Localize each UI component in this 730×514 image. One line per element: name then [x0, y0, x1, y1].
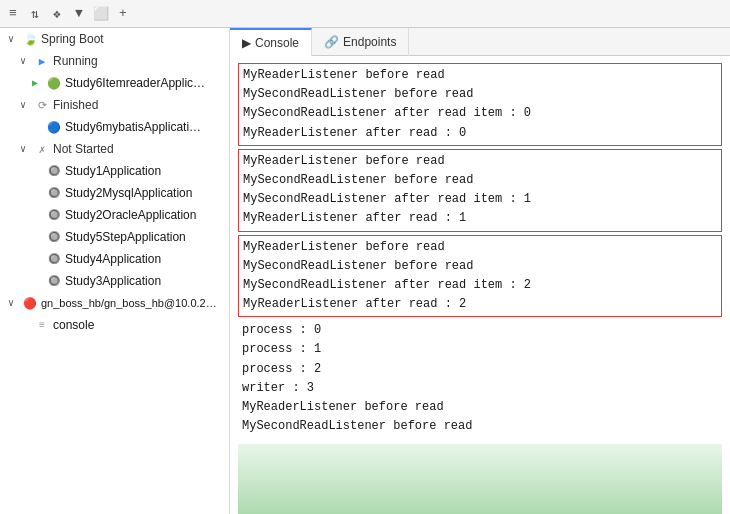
console-line: MyReaderListener after read : 1 [243, 209, 717, 228]
right-panel: ▶ Console 🔗 Endpoints MyReaderListener b… [230, 28, 730, 514]
sidebar-item-study2oracle[interactable]: 🔘 Study2OracleApplication [0, 204, 229, 226]
console-line: writer : 3 [238, 379, 722, 398]
console-line: MyReaderListener after read : 2 [243, 295, 717, 314]
console-output[interactable]: MyReaderListener before read MySecondRea… [230, 56, 730, 514]
console-line: process : 0 [238, 321, 722, 340]
not-started-label: Not Started [53, 142, 114, 156]
arrow-icon: ▶ [32, 77, 46, 89]
toolbar-icon-add[interactable]: + [114, 5, 132, 23]
sidebar-item-gn-boss[interactable]: ∨ 🔴 gn_boss_hb/gn_boss_hb@10.0.2… [0, 292, 229, 314]
sidebar-item-study6mybatis[interactable]: 🔵 Study6mybatisApplicati… [0, 116, 229, 138]
toolbar-icon-menu[interactable]: ≡ [4, 5, 22, 23]
console-line: MySecondReadListener before read [238, 417, 722, 436]
arrow-icon: ∨ [20, 143, 34, 155]
red-block-1: MyReaderListener before read MySecondRea… [238, 63, 722, 146]
console-icon: ≡ [34, 317, 50, 333]
spring-icon: 🍃 [22, 31, 38, 47]
app-icon: 🔘 [46, 229, 62, 245]
sidebar-item-finished[interactable]: ∨ ⟳ Finished [0, 94, 229, 116]
sidebar-item-study1[interactable]: 🔘 Study1Application [0, 160, 229, 182]
sidebar-item-spring-boot[interactable]: ∨ 🍃 Spring Boot [0, 28, 229, 50]
arrow-icon: ∨ [20, 55, 34, 67]
console-line: MyReaderListener before read [243, 238, 717, 257]
tab-console[interactable]: ▶ Console [230, 28, 312, 56]
running-icon: ▶ [34, 53, 50, 69]
console-line: process : 1 [238, 340, 722, 359]
console-line: MyReaderListener before read [238, 398, 722, 417]
background-area [238, 444, 722, 514]
study6mybatis-label: Study6mybatisApplicati… [65, 120, 201, 134]
app-finished-icon: 🔵 [46, 119, 62, 135]
sidebar-item-console[interactable]: ≡ console [0, 314, 229, 336]
app-icon: 🔘 [46, 185, 62, 201]
red-block-3: MyReaderListener before read MySecondRea… [238, 235, 722, 318]
toolbar-icon-layout[interactable]: ⬜ [92, 5, 110, 23]
study4-label: Study4Application [65, 252, 161, 266]
study1-label: Study1Application [65, 164, 161, 178]
console-line: process : 2 [238, 360, 722, 379]
console-line: MyReaderListener after read : 0 [243, 124, 717, 143]
console-line: MySecondReadListener after read item : 0 [243, 104, 717, 123]
console-line: MySecondReadListener before read [243, 85, 717, 104]
sidebar-item-study2mysql[interactable]: 🔘 Study2MysqlApplication [0, 182, 229, 204]
toolbar: ≡ ⇅ ❖ ▼ ⬜ + [0, 0, 730, 28]
console-line: MySecondReadListener before read [243, 257, 717, 276]
console-label: console [53, 318, 94, 332]
spring-boot-label: Spring Boot [41, 32, 104, 46]
tab-endpoints[interactable]: 🔗 Endpoints [312, 28, 409, 56]
study2oracle-label: Study2OracleApplication [65, 208, 196, 222]
endpoints-tab-label: Endpoints [343, 35, 396, 49]
sidebar-item-running[interactable]: ∨ ▶ Running [0, 50, 229, 72]
app-icon: 🔘 [46, 207, 62, 223]
endpoints-tab-icon: 🔗 [324, 35, 339, 49]
app-icon: 🔘 [46, 163, 62, 179]
console-line: MyReaderListener before read [243, 66, 717, 85]
console-tab-icon: ▶ [242, 36, 251, 50]
console-tab-label: Console [255, 36, 299, 50]
sidebar-item-study3[interactable]: 🔘 Study3Application [0, 270, 229, 292]
notstarted-icon: ✗ [34, 141, 50, 157]
study2mysql-label: Study2MysqlApplication [65, 186, 192, 200]
console-line: MySecondReadListener after read item : 1 [243, 190, 717, 209]
app-running-icon: 🟢 [46, 75, 62, 91]
main-area: ∨ 🍃 Spring Boot ∨ ▶ Running ▶ 🟢 Study6It… [0, 28, 730, 514]
sidebar-item-not-started[interactable]: ∨ ✗ Not Started [0, 138, 229, 160]
sidebar: ∨ 🍃 Spring Boot ∨ ▶ Running ▶ 🟢 Study6It… [0, 28, 230, 514]
finished-icon: ⟳ [34, 97, 50, 113]
running-label: Running [53, 54, 98, 68]
arrow-icon: ∨ [8, 33, 22, 45]
toolbar-icon-filter[interactable]: ▼ [70, 5, 88, 23]
finished-label: Finished [53, 98, 98, 112]
arrow-icon: ∨ [8, 297, 22, 309]
red-block-2: MyReaderListener before read MySecondRea… [238, 149, 722, 232]
red-db-icon: 🔴 [22, 295, 38, 311]
console-line: MySecondReadListener after read item : 2 [243, 276, 717, 295]
console-line: MySecondReadListener before read [243, 171, 717, 190]
toolbar-icon-grid[interactable]: ❖ [48, 5, 66, 23]
app-icon: 🔘 [46, 273, 62, 289]
gn-boss-label: gn_boss_hb/gn_boss_hb@10.0.2… [41, 297, 217, 309]
sidebar-item-study6[interactable]: ▶ 🟢 Study6ItemreaderApplic… [0, 72, 229, 94]
arrow-icon: ∨ [20, 99, 34, 111]
console-line: MyReaderListener before read [243, 152, 717, 171]
toolbar-icon-sort[interactable]: ⇅ [26, 5, 44, 23]
app-icon: 🔘 [46, 251, 62, 267]
tabs: ▶ Console 🔗 Endpoints [230, 28, 730, 56]
study3-label: Study3Application [65, 274, 161, 288]
study6-label: Study6ItemreaderApplic… [65, 76, 205, 90]
sidebar-item-study4[interactable]: 🔘 Study4Application [0, 248, 229, 270]
study5step-label: Study5StepApplication [65, 230, 186, 244]
sidebar-item-study5step[interactable]: 🔘 Study5StepApplication [0, 226, 229, 248]
